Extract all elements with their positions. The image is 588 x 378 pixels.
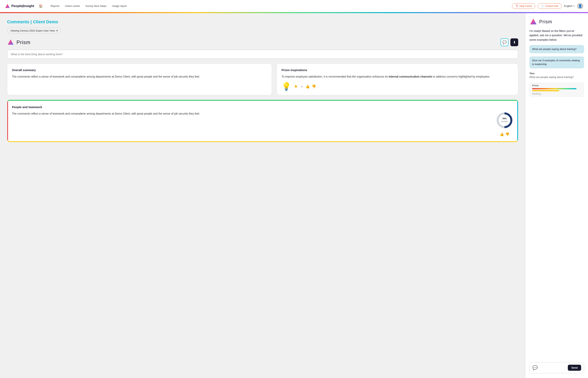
help-centre-label: Help Centre	[519, 5, 532, 7]
content-area: Comments | Client Demo Viewing Census 20…	[0, 13, 525, 378]
nav-survey-next-steps[interactable]: Survey Next Steps	[85, 4, 107, 7]
thinking-bar-1	[532, 88, 576, 89]
prism-panel-title: Prism	[539, 19, 552, 25]
user-avatar[interactable]: 👤	[577, 3, 583, 9]
svg-marker-1	[8, 40, 14, 45]
prism-search-input[interactable]	[7, 50, 518, 59]
prism-panel-logo-icon	[529, 18, 537, 26]
prism-side-panel: Prism I'm ready! Based on the filters yo…	[525, 13, 588, 378]
bottom-cards-row: People and teamwork The comments reflect…	[7, 100, 518, 142]
prism-title: Prism	[16, 39, 30, 45]
prism-inspirations-card: Prism inspirations To improve employee s…	[277, 64, 518, 95]
check-icon: ✓	[300, 84, 303, 89]
prism-actions: 💬 ⬇	[501, 38, 518, 46]
lightbulb-glow: ✦	[293, 83, 298, 90]
nav-usage-report[interactable]: Usage report	[112, 4, 127, 7]
prism-section-header: Prism 💬 ⬇	[7, 38, 518, 46]
people-teamwork-card: People and teamwork The comments reflect…	[7, 100, 518, 142]
teamwork-content: The comments reflect a sense of teamwork…	[12, 111, 513, 136]
chat-icon: 💬	[502, 40, 507, 44]
search-section	[7, 50, 518, 59]
content-icon: 📄	[541, 5, 544, 7]
inspirations-title: Prism inspirations	[281, 68, 513, 72]
inspirations-footer: 💡 ✦ ✓ 👍 👎	[281, 82, 513, 91]
prism-panel-intro: I'm ready! Based on the filters you've a…	[529, 29, 584, 42]
teamwork-thumbs-up[interactable]: 👍	[500, 132, 504, 136]
avatar-icon: 👤	[578, 4, 582, 8]
logo-text: People|Insight	[11, 4, 34, 8]
donut-chart: 34% (n=224)	[496, 111, 513, 129]
card-actions: 👍 👎	[500, 132, 509, 136]
svg-text:(n=224): (n=224)	[501, 121, 507, 122]
lightbulb-icon: 💡	[281, 82, 291, 91]
chat-user-text: What are people saying about training?	[529, 76, 574, 79]
help-centre-button[interactable]: ❓ Help Centre	[512, 3, 535, 9]
top-navigation: People|Insight 🏠 Reports Action centre S…	[0, 0, 588, 12]
nav-reports[interactable]: Reports	[51, 4, 60, 7]
filter-label: Viewing Census 2024 Super-User View	[10, 29, 55, 32]
prism-chat-button[interactable]: 💬	[501, 38, 508, 46]
teamwork-title: People and teamwork	[12, 105, 513, 109]
content-hub-button[interactable]: 📄 Content Hub	[538, 3, 561, 9]
language-plus-icon: +	[573, 4, 575, 7]
filter-pill[interactable]: Viewing Census 2024 Super-User View ▾	[7, 28, 61, 34]
nav-action-centre[interactable]: Action centre	[65, 4, 80, 7]
suggestion-chip-leadership[interactable]: Give me 3 examples of comments relating …	[529, 56, 584, 68]
chevron-down-icon: ▾	[56, 29, 58, 32]
overall-summary-card: Overall summary The comments reflect a s…	[7, 64, 272, 95]
language-selector[interactable]: English +	[564, 4, 575, 7]
overall-summary-text: The comments reflect a sense of teamwork…	[12, 74, 267, 79]
thinking-status: Working ...	[532, 93, 581, 95]
help-icon: ❓	[515, 5, 518, 7]
overall-summary-title: Overall summary	[12, 68, 267, 72]
nav-links: Reports Action centre Survey Next Steps …	[51, 4, 507, 7]
svg-marker-0	[5, 4, 10, 8]
prism-thinking-block: Prism Working ...	[529, 82, 584, 97]
donut-chart-wrap: 34% (n=224) 👍 👎	[496, 111, 513, 136]
chat-input-area: 💬 Send	[529, 362, 584, 373]
main-layout: Comments | Client Demo Viewing Census 20…	[0, 13, 588, 378]
content-hub-label: Content Hub	[545, 5, 558, 7]
teamwork-description: The comments reflect a sense of teamwork…	[12, 111, 492, 116]
thinking-bar-2	[532, 90, 559, 91]
nav-right: ❓ Help Centre 📄 Content Hub English + 👤	[512, 3, 583, 9]
page-title-dynamic: Client Demo	[33, 19, 58, 24]
prism-logo-icon	[7, 39, 14, 46]
language-label: English	[564, 4, 573, 7]
thinking-bars	[532, 88, 581, 91]
thinking-label: Prism	[532, 84, 539, 87]
chat-user-label: You:	[529, 72, 535, 75]
home-icon[interactable]: 🏠	[39, 4, 43, 8]
page-title: Comments | Client Demo	[7, 19, 518, 25]
thinking-sub-text: Working ...	[532, 93, 543, 95]
svg-marker-6	[530, 19, 536, 25]
chat-input-icon: 💬	[532, 365, 538, 370]
page-title-static: Comments |	[7, 19, 32, 24]
thumbs-up-button[interactable]: 👍	[305, 84, 310, 89]
teamwork-thumbs-down[interactable]: 👎	[505, 132, 509, 136]
send-button[interactable]: Send	[568, 365, 581, 371]
suggestion-chip-training[interactable]: What are people saying about training?	[529, 45, 584, 53]
prism-panel-header: Prism	[529, 18, 584, 26]
download-icon: ⬇	[513, 40, 516, 44]
chat-user-message: You: What are people saying about traini…	[529, 71, 584, 79]
prism-download-button[interactable]: ⬇	[510, 38, 518, 46]
svg-text:34%: 34%	[502, 117, 507, 120]
inspirations-text: To improve employee satisfaction, it is …	[281, 74, 513, 79]
teamwork-text: The comments reflect a sense of teamwork…	[12, 111, 492, 116]
top-cards-row: Overall summary The comments reflect a s…	[7, 64, 518, 95]
app-logo[interactable]: People|Insight	[5, 3, 34, 9]
thumbs-down-button[interactable]: 👎	[312, 84, 316, 89]
